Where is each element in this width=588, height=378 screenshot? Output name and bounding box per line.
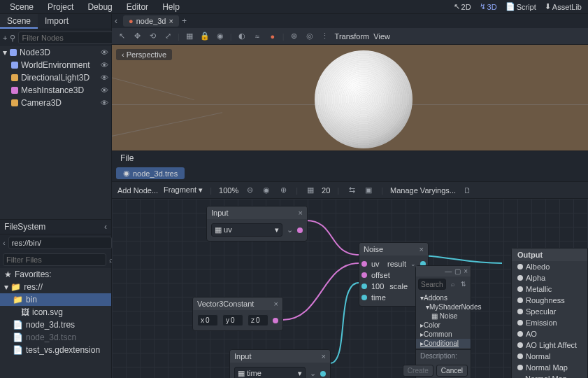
fs-file[interactable]: 📄 node_3d.tres <box>0 318 111 331</box>
close-icon[interactable]: × <box>299 209 303 217</box>
transform-menu[interactable]: Transform <box>335 32 370 41</box>
close-icon[interactable]: × <box>464 267 468 275</box>
tree-item[interactable]: WorldEnvironment👁 <box>0 59 111 71</box>
close-icon[interactable]: × <box>274 300 278 308</box>
vis-icon[interactable]: 👁 <box>101 61 108 69</box>
view-menu[interactable]: View <box>373 32 390 41</box>
input-port[interactable] <box>361 295 367 300</box>
output-port-row[interactable]: AO Light Affect <box>512 340 587 351</box>
tree-item[interactable]: Camera3D👁 <box>0 97 111 109</box>
prev-tab-icon[interactable]: ‹ <box>115 16 117 26</box>
tab-scene[interactable]: Scene <box>0 14 38 29</box>
add-tab-icon[interactable]: + <box>182 16 187 26</box>
node-input-time[interactable]: Input× ▦ time▾ ⌄ <box>229 349 331 378</box>
input-port[interactable] <box>517 309 523 314</box>
input-type-dropdown[interactable]: ▦ uv▾ <box>211 223 282 237</box>
viewport-3d[interactable]: ‹ Perspective <box>112 45 588 151</box>
cancel-button[interactable]: Cancel <box>436 365 468 377</box>
tree-item[interactable]: DirectionalLight3D👁 <box>0 71 111 84</box>
popup-category[interactable]: ▸Color <box>416 321 471 330</box>
shader-graph[interactable]: Input× ▦ uv▾ ⌄ Vector3Constant× x0 y0 <box>112 199 588 378</box>
vis-icon[interactable]: 👁 <box>101 86 108 94</box>
manage-varyings-button[interactable]: Manage Varyings... <box>390 186 456 195</box>
x-input[interactable]: x0 <box>197 314 218 326</box>
input-type-dropdown[interactable]: ▦ time▾ <box>234 367 306 378</box>
vis-icon[interactable]: 👁 <box>101 48 108 57</box>
close-icon[interactable]: × <box>168 17 173 25</box>
input-port[interactable] <box>361 261 367 267</box>
output-port-row[interactable]: Specular <box>512 306 587 317</box>
zoom-reset-icon[interactable]: ◉ <box>261 185 272 196</box>
tool-icon[interactable]: ▦ <box>184 31 195 42</box>
tool-icon[interactable]: ● <box>267 31 278 42</box>
output-port[interactable] <box>320 371 326 377</box>
tool-icon[interactable]: ▣ <box>363 185 374 196</box>
output-port-row[interactable]: Albedo <box>512 261 587 272</box>
z-input[interactable]: z0 <box>248 314 268 326</box>
output-port-row[interactable]: Normal <box>512 351 587 362</box>
popup-item[interactable]: ▦ Noise <box>416 312 471 321</box>
input-port[interactable] <box>517 342 523 348</box>
select-icon[interactable]: ↖ <box>116 31 127 42</box>
popup-category[interactable]: ▾MyShaderNodes <box>416 302 471 312</box>
link-icon[interactable]: ⚲ <box>10 32 15 43</box>
mode-script[interactable]: 📄Script <box>502 1 540 13</box>
max-icon[interactable]: ▢ <box>454 267 461 275</box>
input-port[interactable] <box>517 331 523 337</box>
filter-files-input[interactable] <box>3 253 106 266</box>
add-node-button[interactable]: Add Node... <box>117 186 158 195</box>
scale-icon[interactable]: ⤢ <box>162 31 173 42</box>
perspective-label[interactable]: ‹ Perspective <box>116 49 172 60</box>
menu-project[interactable]: Project <box>41 1 80 13</box>
grid-size[interactable]: 20 <box>322 186 330 195</box>
tool-icon[interactable]: ◎ <box>304 31 315 42</box>
menu-help[interactable]: Help <box>155 1 187 13</box>
input-port[interactable] <box>361 272 367 278</box>
tool-icon[interactable]: 🗋 <box>461 185 473 196</box>
y-input[interactable]: y0 <box>222 314 243 326</box>
input-port[interactable] <box>517 354 523 359</box>
min-icon[interactable]: — <box>445 267 452 275</box>
filter-nodes-input[interactable] <box>18 31 122 44</box>
filter-icon[interactable]: ⇅ <box>459 279 468 290</box>
menu-editor[interactable]: Editor <box>120 1 155 13</box>
output-port[interactable] <box>297 227 303 233</box>
popup-titlebar[interactable]: —▢× <box>416 266 471 276</box>
menu-scene[interactable]: Scene <box>3 1 41 13</box>
popup-category[interactable]: ▸Conditional <box>416 339 471 348</box>
input-port[interactable] <box>517 286 523 292</box>
rotate-icon[interactable]: ⟲ <box>147 31 158 42</box>
vis-icon[interactable]: 👁 <box>101 99 108 107</box>
node-vector3-constant[interactable]: Vector3Constant× x0 y0 z0 <box>192 297 283 331</box>
output-port[interactable] <box>273 318 278 323</box>
fs-root[interactable]: ▾ 📁 res:// <box>0 281 111 293</box>
add-node-icon[interactable]: + <box>3 32 7 43</box>
tool-icon[interactable]: ⊕ <box>289 31 300 42</box>
fs-file[interactable]: 📄 test_vs.gdextension <box>0 344 111 356</box>
popup-category[interactable]: ▾Addons <box>416 293 471 302</box>
input-port[interactable] <box>517 365 523 370</box>
path-input[interactable] <box>8 237 112 249</box>
vis-icon[interactable]: 👁 <box>101 74 108 82</box>
close-icon[interactable]: × <box>322 352 326 360</box>
more-icon[interactable]: ⋮ <box>320 31 331 42</box>
input-port[interactable] <box>517 298 523 303</box>
tree-root[interactable]: ▾ Node3D 👁 <box>0 46 111 59</box>
output-port-row[interactable]: Emission <box>512 317 587 328</box>
tab-import[interactable]: Import <box>38 14 76 29</box>
zoom-label[interactable]: 100% <box>219 186 238 195</box>
scene-tab[interactable]: ● node_3d × <box>123 15 179 27</box>
tool-icon[interactable]: ≈ <box>252 31 263 42</box>
input-port[interactable] <box>517 320 523 326</box>
stage-dropdown[interactable]: Fragment ▾ <box>164 186 203 195</box>
tool-icon[interactable]: ◉ <box>215 31 226 42</box>
output-port-row[interactable]: Normal Map <box>512 362 587 373</box>
tool-icon[interactable]: ⇆ <box>346 185 357 196</box>
move-icon[interactable]: ✥ <box>131 31 143 42</box>
popup-category[interactable]: ▸Common <box>416 330 471 339</box>
mode-3d[interactable]: ↯3D <box>476 1 501 13</box>
lock-icon[interactable]: 🔒 <box>199 31 210 42</box>
mode-2d[interactable]: ↖2D <box>450 1 475 13</box>
zoom-out-icon[interactable]: ⊖ <box>244 185 255 196</box>
popup-search-input[interactable] <box>418 279 446 290</box>
